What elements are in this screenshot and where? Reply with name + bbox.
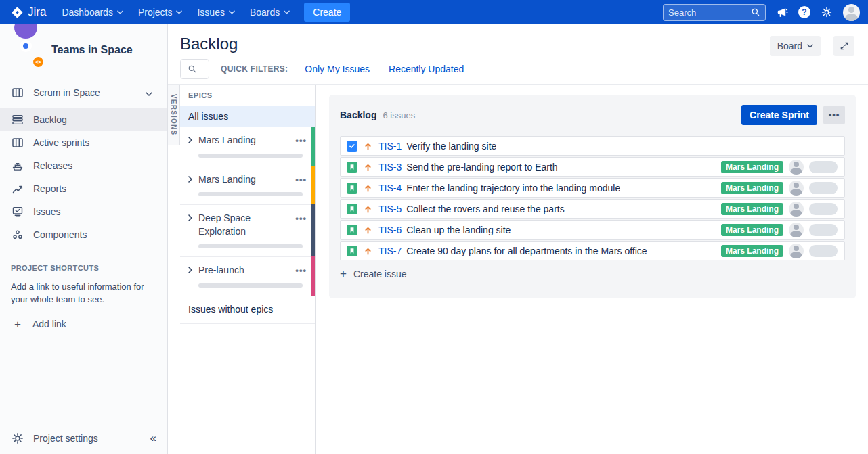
epic-progress-bar [198, 244, 303, 248]
assignee-avatar[interactable] [789, 223, 804, 237]
add-link-button[interactable]: + Add link [11, 319, 66, 330]
epic-tag: Mars Landing [721, 182, 783, 194]
feedback-megaphone-icon[interactable] [776, 6, 788, 18]
create-button[interactable]: Create [304, 3, 350, 22]
sidebar-item-active-sprints[interactable]: Active sprints [0, 131, 167, 154]
issue-row[interactable]: TIS-1 Verify the landing site [340, 136, 845, 156]
epic-name: Deep Space Exploration [198, 212, 289, 238]
epic-row[interactable]: Mars Landing ••• [180, 166, 315, 205]
sidebar-nav: Backlog Active sprints Releases Reports … [0, 107, 167, 246]
priority-high-icon [364, 225, 372, 235]
epic-more-icon[interactable]: ••• [295, 214, 307, 223]
issue-count: 6 issues [383, 110, 415, 120]
nav-item-projects[interactable]: Projects [131, 0, 190, 24]
all-issues-filter[interactable]: All issues [180, 106, 315, 127]
priority-high-icon [364, 204, 372, 214]
epic-more-icon[interactable]: ••• [295, 136, 307, 145]
epic-row[interactable]: Deep Space Exploration ••• [180, 204, 315, 256]
sidebar-item-reports[interactable]: Reports [0, 177, 167, 200]
collapse-sidebar-icon[interactable]: « [150, 432, 156, 445]
issue-key-link[interactable]: TIS-5 [378, 204, 402, 214]
jira-logo-icon [11, 6, 24, 19]
issue-key-link[interactable]: TIS-4 [378, 183, 402, 194]
components-icon [11, 228, 24, 242]
board-dropdown-button[interactable]: Board [770, 36, 821, 56]
epic-tag: Mars Landing [721, 161, 783, 173]
issue-row[interactable]: TIS-4 Enter the landing trajectory into … [340, 178, 845, 198]
issue-key-link[interactable]: TIS-6 [378, 225, 402, 235]
chevron-right-icon[interactable] [188, 267, 192, 273]
project-avatar[interactable] [9, 34, 42, 66]
plus-icon: + [11, 319, 24, 330]
settings-gear-icon[interactable] [821, 6, 833, 18]
assignee-avatar[interactable] [789, 181, 804, 196]
help-icon[interactable]: ? [798, 6, 810, 18]
assignee-avatar[interactable] [789, 244, 804, 258]
estimate-pill[interactable] [809, 203, 838, 215]
epic-more-icon[interactable]: ••• [295, 175, 307, 184]
estimate-pill[interactable] [809, 182, 838, 194]
issue-key-link[interactable]: TIS-3 [378, 162, 402, 173]
ship-icon [11, 159, 24, 173]
user-avatar[interactable] [843, 4, 860, 21]
story-icon [347, 183, 357, 194]
global-search-input[interactable] [668, 7, 751, 18]
sidebar-item-releases[interactable]: Releases [0, 154, 167, 177]
page-header: Backlog Board QUICK FILTERS: Only My Iss… [168, 24, 868, 85]
epic-progress-bar [198, 283, 303, 288]
more-actions-button[interactable]: ••• [823, 106, 845, 124]
chevron-right-icon[interactable] [188, 137, 192, 143]
chevron-down-icon [176, 10, 182, 14]
issue-row[interactable]: TIS-3 Send the pre-landing report to Ear… [340, 157, 845, 177]
issue-summary: Create 90 day plans for all departments … [406, 246, 647, 256]
global-search[interactable] [663, 4, 766, 21]
page-title: Backlog [180, 35, 238, 53]
nav-item-issues[interactable]: Issues [190, 0, 242, 24]
sidebar-item-backlog[interactable]: Backlog [0, 108, 167, 131]
story-icon [347, 225, 357, 235]
story-icon [347, 162, 357, 173]
chevron-right-icon[interactable] [188, 214, 192, 221]
quick-filters: Only My IssuesRecently Updated [305, 64, 464, 74]
issue-row[interactable]: TIS-6 Clean up the landing site Mars Lan… [340, 220, 845, 240]
create-issue-button[interactable]: + Create issue [340, 268, 407, 279]
issue-key-link[interactable]: TIS-1 [378, 141, 402, 152]
issue-key-link[interactable]: TIS-7 [378, 246, 402, 256]
fullscreen-button[interactable] [833, 36, 854, 56]
versions-tab[interactable]: VERSIONS [168, 85, 180, 145]
epic-name: Pre-launch [198, 264, 289, 277]
issue-row[interactable]: TIS-5 Collect the rovers and reuse the p… [340, 199, 845, 219]
epic-color-stripe [311, 127, 315, 166]
project-sidebar: Teams in Space Scrum in Space Backlog Ac… [0, 24, 168, 454]
project-settings-item[interactable]: Project settings « [0, 423, 167, 454]
quick-filter-only-my-issues[interactable]: Only My Issues [305, 64, 370, 74]
create-sprint-button[interactable]: Create Sprint [741, 105, 817, 125]
quick-filter-recently-updated[interactable]: Recently Updated [389, 64, 464, 74]
story-icon [347, 246, 357, 256]
sidebar-item-issues[interactable]: Issues [0, 200, 167, 223]
jira-logo[interactable]: Jira [11, 5, 46, 19]
assignee-avatar[interactable] [789, 202, 804, 217]
issue-row[interactable]: TIS-7 Create 90 day plans for all depart… [340, 241, 845, 260]
estimate-pill[interactable] [809, 224, 838, 236]
epic-row[interactable]: Mars Landing ••• [180, 127, 315, 166]
chevron-down-icon [284, 10, 290, 14]
issues-without-epics-filter[interactable]: Issues without epics [180, 296, 315, 324]
backlog-search-box[interactable] [180, 59, 209, 79]
priority-high-icon [364, 141, 372, 151]
assignee-avatar[interactable] [789, 160, 804, 175]
estimate-pill[interactable] [809, 161, 838, 173]
estimate-pill[interactable] [809, 245, 838, 257]
board-selector-label: Scrum in Space [33, 87, 100, 98]
epic-color-stripe [311, 166, 315, 205]
nav-item-dashboards[interactable]: Dashboards [54, 0, 131, 24]
chevron-right-icon[interactable] [188, 176, 192, 183]
epic-color-stripe [311, 204, 315, 256]
nav-item-boards[interactable]: Boards [242, 0, 297, 24]
priority-high-icon [364, 162, 372, 172]
sidebar-item-components[interactable]: Components [0, 223, 167, 246]
epic-more-icon[interactable]: ••• [295, 266, 307, 275]
board-selector[interactable]: Scrum in Space [0, 80, 167, 107]
epic-row[interactable]: Pre-launch ••• [180, 256, 315, 296]
chevron-down-icon [146, 87, 152, 98]
